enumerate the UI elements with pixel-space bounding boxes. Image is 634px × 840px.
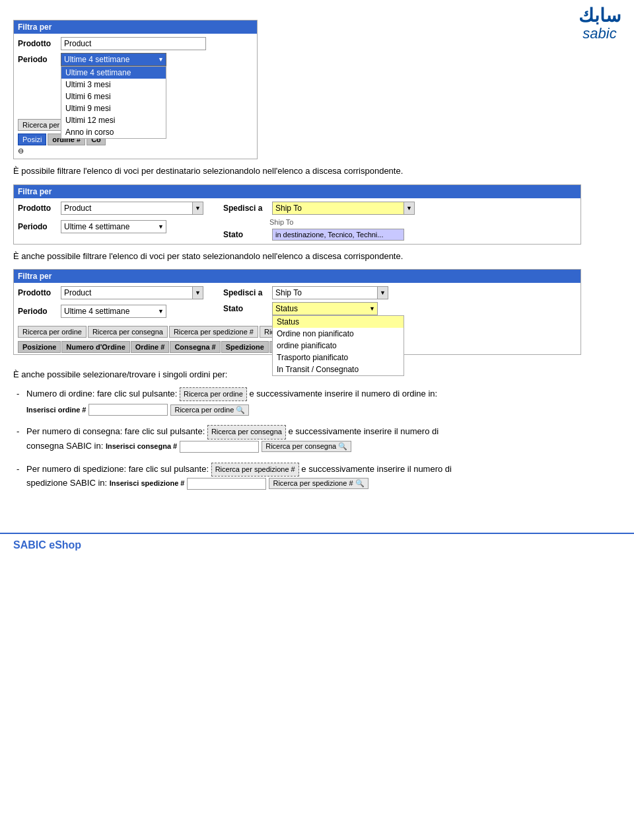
period-label-1: Periodo bbox=[18, 55, 61, 64]
period-option-4[interactable]: Ultimi 12 mesi bbox=[61, 114, 166, 126]
stato-label-3: Stato bbox=[223, 304, 269, 313]
status-opt-4[interactable]: In Transit / Consegnato bbox=[273, 363, 404, 375]
status-opt-1[interactable]: Ordine non pianificato bbox=[273, 328, 404, 340]
instr-delivery-after2: consegna SABIC in: bbox=[26, 441, 106, 451]
instr-order-btn-inline[interactable]: Ricerca per ordine bbox=[180, 387, 247, 402]
product-input-2[interactable] bbox=[61, 202, 193, 215]
instr-delivery-btn-inline[interactable]: Ricerca per consegna bbox=[207, 425, 286, 439]
logo: سابك sabic bbox=[579, 7, 621, 42]
product-select-2[interactable]: ▼ bbox=[61, 202, 203, 215]
shipto-input-2[interactable] bbox=[272, 202, 404, 215]
filter-left-3: Prodotto ▼ Periodo Ultime 4 settimane bbox=[18, 286, 203, 321]
spedisci-row-3: Spedisci a ▼ bbox=[223, 286, 388, 299]
instruction-item-shipping: Per numero di spedizione: fare clic sul … bbox=[13, 463, 621, 490]
product-label-1: Prodotto bbox=[18, 39, 61, 48]
instructions-list: Numero di ordine: fare clic sul pulsante… bbox=[13, 387, 621, 490]
filter-box-2: Filtra per Prodotto ▼ Periodo Ultime bbox=[13, 184, 581, 245]
shipto-arrow-2[interactable]: ▼ bbox=[404, 202, 415, 215]
col-spedizione: Spedizione bbox=[221, 341, 269, 353]
period-selected-1[interactable]: Ultime 4 settimane bbox=[61, 53, 166, 66]
instr-delivery-search-btn[interactable]: Ricerca per consegna 🔍 bbox=[262, 441, 351, 452]
product-input-3[interactable] bbox=[61, 286, 193, 299]
period-option-2[interactable]: Ultimi 6 mesi bbox=[61, 91, 166, 102]
instr-order-inline-input[interactable] bbox=[88, 404, 168, 416]
status-opt-2[interactable]: ordine pianificato bbox=[273, 340, 404, 352]
period-dropdown-1: Ultime 4 settimane Ultimi 3 mesi Ultimi … bbox=[61, 66, 166, 139]
product-select-3[interactable]: ▼ bbox=[61, 286, 203, 299]
col-numero-ordine: Numero d'Ordine bbox=[61, 341, 129, 353]
period-container-1[interactable]: Ultime 4 settimane Ultime 4 settimane Ul… bbox=[61, 53, 166, 66]
period-option-5[interactable]: Anno in corso bbox=[61, 126, 166, 138]
period-normal-3[interactable]: Ultime 4 settimane bbox=[61, 305, 166, 318]
shipto-subtext-2: Ship To bbox=[269, 218, 415, 226]
period-label-2: Periodo bbox=[18, 222, 61, 231]
instr-delivery-inline-label: Inserisci consegna # bbox=[106, 441, 177, 453]
footer: SABIC eShop bbox=[0, 533, 634, 556]
instr-order-input-row: Inserisci ordine # Ricerca per ordine 🔍 bbox=[26, 404, 249, 416]
shipto-select-3[interactable]: ▼ bbox=[272, 286, 388, 299]
instr-shipping-inline-input[interactable] bbox=[187, 478, 266, 490]
instr-shipping-search-btn[interactable]: Ricerca per spedizione # 🔍 bbox=[269, 478, 368, 489]
instr-order-inline-label: Inserisci ordine # bbox=[26, 404, 86, 416]
filter-right-2: Spedisci a ▼ Ship To Stato in destinazio… bbox=[223, 202, 415, 241]
product-row-2: Prodotto ▼ bbox=[18, 202, 203, 215]
ricerca-spedizione-btn[interactable]: Ricerca per spedizione # bbox=[169, 326, 258, 338]
stato-row-3: Stato Status Status Ordine non pianifica… bbox=[223, 302, 388, 315]
col-posizione: Posizione bbox=[18, 341, 61, 353]
desc-text-2: È anche possibile filtrare l'elenco di v… bbox=[13, 250, 621, 263]
spedisci-label-2: Spedisci a bbox=[223, 204, 269, 213]
ricerca-ordine-btn[interactable]: Ricerca per ordine bbox=[18, 326, 87, 338]
desc-text-1: È possibile filtrare l'elenco di voci pe… bbox=[13, 165, 621, 178]
logo-arabic: سابك bbox=[579, 7, 621, 25]
product-label-2: Prodotto bbox=[18, 204, 61, 213]
instr-shipping-before: Per numero di spedizione: fare clic sul … bbox=[26, 464, 211, 474]
instr-shipping-inline-label: Inserisci spedizione # bbox=[110, 478, 185, 490]
instr-order-search-btn[interactable]: Ricerca per ordine 🔍 bbox=[170, 404, 249, 416]
filter-box-3: Filtra per Prodotto ▼ Periodo Ultime bbox=[13, 269, 581, 355]
period-normal-2[interactable]: Ultime 4 settimane bbox=[61, 220, 166, 233]
status-opt-3[interactable]: Trasporto pianificato bbox=[273, 352, 404, 363]
ricerca-consegna-btn[interactable]: Ricerca per consegna bbox=[88, 326, 168, 338]
shipto-arrow-3[interactable]: ▼ bbox=[378, 286, 388, 299]
product-row-1: Prodotto bbox=[18, 37, 253, 50]
ricerca-per-button[interactable]: Ricerca per bbox=[18, 119, 64, 131]
period-option-3[interactable]: Ultimi 9 mesi bbox=[61, 102, 166, 114]
instr-shipping-btn-inline[interactable]: Ricerca per spedizione # bbox=[211, 463, 299, 477]
period-select-2[interactable]: Ultime 4 settimane bbox=[61, 220, 166, 233]
col-ordine: Ordine # bbox=[131, 341, 170, 353]
filter-left-2: Prodotto ▼ Periodo Ultime 4 settimane bbox=[18, 202, 203, 241]
product-input-1[interactable] bbox=[61, 37, 206, 50]
filter-box-1: Filtra per Prodotto Periodo Ultime 4 set… bbox=[13, 20, 258, 159]
instr-delivery-inline-input[interactable] bbox=[180, 441, 259, 453]
filter-header-1: Filtra per bbox=[14, 20, 257, 34]
product-arrow-2[interactable]: ▼ bbox=[193, 202, 203, 215]
instruction-item-delivery: Per numero di consegna: fare clic sul pu… bbox=[13, 425, 621, 453]
period-option-0[interactable]: Ultime 4 settimane bbox=[61, 67, 166, 79]
period-row-2: Periodo Ultime 4 settimane bbox=[18, 220, 203, 233]
instr-shipping-after2: spedizione SABIC in: bbox=[26, 478, 110, 488]
filter-right-3: Spedisci a ▼ Stato Status Status Ordi bbox=[223, 286, 388, 321]
spedisci-label-3: Spedisci a bbox=[223, 288, 269, 297]
product-label-3: Prodotto bbox=[18, 288, 61, 297]
instr-shipping-input-row: Inserisci spedizione # Ricerca per spedi… bbox=[110, 478, 369, 490]
instr-delivery-after: e successivamente inserire il numero di bbox=[289, 427, 439, 437]
filter-header-3: Filtra per bbox=[14, 270, 581, 283]
shipto-select-2[interactable]: ▼ bbox=[272, 202, 415, 215]
shipto-input-3[interactable] bbox=[272, 286, 378, 299]
posizioni-button[interactable]: Posizi bbox=[18, 134, 46, 145]
instr-order-before: Numero di ordine: fare clic sul pulsante… bbox=[26, 389, 180, 399]
stato-value-2[interactable]: in destinazione, Tecnico, Techni... bbox=[272, 229, 404, 241]
status-selected-3[interactable]: Status bbox=[272, 302, 378, 315]
status-container-3[interactable]: Status Status Ordine non pianificato ord… bbox=[272, 302, 378, 315]
instr-shipping-after: e successivamente inserire il numero di bbox=[301, 464, 452, 474]
status-opt-0[interactable]: Status bbox=[273, 316, 404, 328]
instr-delivery-input-row: Inserisci consegna # Ricerca per consegn… bbox=[106, 441, 351, 453]
logo-latin: sabic bbox=[579, 25, 621, 42]
product-arrow-3[interactable]: ▼ bbox=[193, 286, 203, 299]
period-row-1: Periodo Ultime 4 settimane Ultime 4 sett… bbox=[18, 53, 253, 66]
instr-order-after: e successivamente inserire il numero di … bbox=[249, 389, 437, 399]
filter-header-2: Filtra per bbox=[14, 185, 581, 198]
period-select-3[interactable]: Ultime 4 settimane bbox=[61, 305, 166, 318]
instr-delivery-before: Per numero di consegna: fare clic sul pu… bbox=[26, 427, 207, 437]
period-option-1[interactable]: Ultimi 3 mesi bbox=[61, 79, 166, 91]
